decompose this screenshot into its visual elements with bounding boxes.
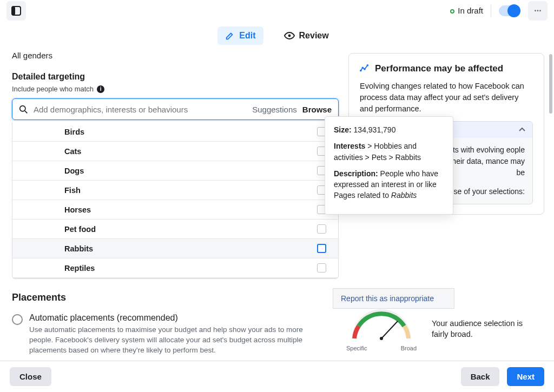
option-horses[interactable]: Horses (12, 200, 338, 220)
option-birds[interactable]: Birds (12, 122, 338, 142)
svg-point-8 (367, 64, 369, 67)
interest-detail-popover: Size: 134,931,790 Interests > Hobbies an… (325, 116, 453, 215)
search-icon (19, 105, 28, 114)
option-rabbits[interactable]: Rabbits (12, 239, 338, 258)
placement-option-automatic[interactable]: Automatic placements (recommended) Use a… (12, 313, 339, 356)
tab-review[interactable]: Review (276, 26, 337, 45)
trend-icon (360, 64, 370, 74)
option-dogs[interactable]: Dogs (12, 161, 338, 181)
option-fish[interactable]: Fish (12, 181, 338, 200)
performance-card-body: Evolving changes related to how Facebook… (360, 81, 533, 115)
checkbox[interactable] (317, 224, 326, 234)
targeting-search[interactable]: Suggestions Browse (12, 98, 339, 120)
scrollbar[interactable] (549, 54, 552, 114)
placements-section: Placements Automatic placements (recomme… (12, 292, 339, 361)
close-button[interactable]: Close (10, 367, 51, 386)
back-button[interactable]: Back (461, 367, 500, 386)
tab-row: Edit Review (0, 24, 554, 48)
placement-auto-desc: Use automatic placements to maximise you… (29, 325, 321, 356)
genders-summary: All genders (12, 51, 339, 60)
option-cats[interactable]: Cats (12, 142, 338, 161)
audience-gauge: Specific Broad (346, 306, 417, 351)
svg-point-3 (20, 105, 25, 111)
more-menu-button[interactable]: ··· (528, 1, 548, 21)
publish-toggle[interactable] (499, 5, 520, 16)
footer-bar: Close Back Next (0, 361, 554, 392)
divider (491, 4, 491, 17)
top-bar: In draft ··· (0, 0, 554, 22)
chevron-up-icon (518, 126, 526, 134)
pencil-icon (225, 31, 235, 41)
checkbox[interactable] (317, 263, 326, 273)
detailed-targeting-heading: Detailed targeting (12, 72, 339, 82)
detailed-targeting-subtext: Include people who match i (12, 85, 339, 93)
checkbox[interactable] (317, 244, 326, 253)
performance-card-title: Performance may be affected (375, 63, 503, 74)
info-icon[interactable]: i (97, 85, 104, 93)
svg-point-6 (362, 67, 364, 69)
panel-toggle-button[interactable] (6, 1, 26, 21)
audience-note: Your audience selection is fairly broad. (432, 318, 524, 340)
svg-point-7 (364, 68, 366, 70)
svg-rect-1 (12, 6, 15, 15)
svg-point-10 (380, 337, 383, 340)
radio-auto[interactable] (12, 314, 23, 325)
report-inappropriate-link[interactable]: Report this as inappropriate (333, 288, 454, 309)
draft-status: In draft (450, 6, 483, 16)
targeting-search-input[interactable] (34, 105, 247, 114)
suggestions-link[interactable]: Suggestions (252, 105, 297, 114)
category-politics[interactable]: Politics and social issues (12, 278, 338, 279)
targeting-dropdown: Birds Cats Dogs Fish Horses Pet food Rab… (12, 122, 339, 279)
option-pet-food[interactable]: Pet food (12, 220, 338, 239)
placement-auto-title: Automatic placements (recommended) (29, 313, 321, 323)
gauge-label-specific: Specific (346, 345, 367, 351)
panel-icon (11, 6, 21, 16)
next-button[interactable]: Next (507, 367, 544, 386)
option-reptiles[interactable]: Reptiles (12, 258, 338, 278)
interest-size: 134,931,790 (354, 125, 396, 134)
tab-edit[interactable]: Edit (217, 26, 263, 45)
svg-point-2 (288, 35, 291, 37)
placements-heading: Placements (12, 292, 339, 303)
status-dot-icon (450, 9, 454, 14)
svg-line-9 (381, 321, 398, 338)
browse-link[interactable]: Browse (302, 105, 332, 114)
svg-point-5 (360, 70, 362, 72)
eye-icon (284, 32, 295, 39)
gauge-label-broad: Broad (401, 345, 417, 351)
svg-line-4 (25, 111, 27, 113)
